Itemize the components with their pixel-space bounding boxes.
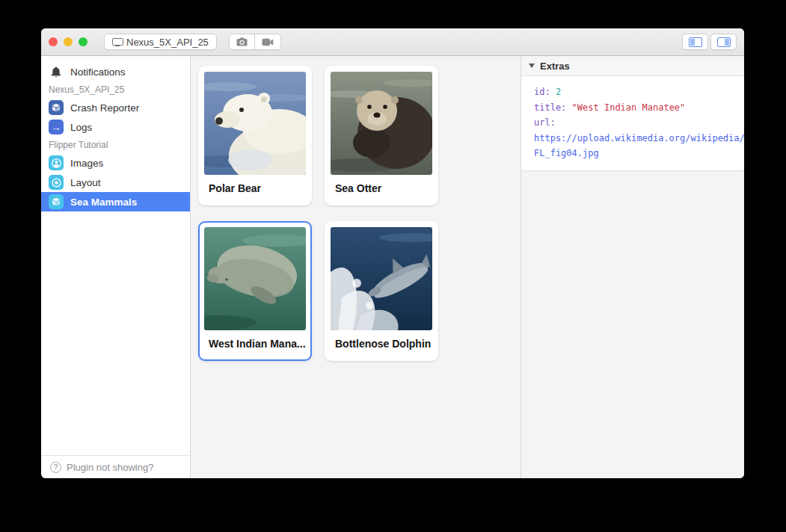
id-value: 2 [556,87,561,97]
plugin-help-link[interactable]: ? Plugin not showing? [41,455,190,478]
polar-bear-image [204,72,306,175]
data-row-title: title: "West Indian Manatee" [534,100,744,116]
close-window-button[interactable] [49,37,58,46]
arrow-right-icon: → [52,123,61,132]
right-pane-icon [717,37,731,47]
sidebar-item-layout[interactable]: Layout [41,173,190,192]
data-row-url-value-2: FL_fig04.jpg [534,146,744,161]
extras-header-label: Extras [540,61,570,72]
card-title: Bottlenose Dolphin [331,330,432,359]
screen-record-button[interactable] [255,34,281,50]
sidebar-item-label: Notifications [70,66,126,78]
sidebar-item-label: Logs [70,122,92,133]
question-circle-icon: ? [50,462,61,473]
sidebar-item-logs[interactable]: → Logs [41,117,190,137]
data-row-url-key: url: [534,115,744,131]
target-icon [52,178,61,188]
sidebar-section-device: Nexus_5X_API_25 [41,81,190,98]
sidebar-item-images[interactable]: Images [41,153,190,173]
card-west-indian-manatee[interactable]: West Indian Mana... [198,221,312,361]
sidebar-item-label: Sea Mammals [70,197,137,208]
layout-plugin-icon [49,175,64,190]
card-title: Sea Otter [331,175,432,204]
flipper-window: Nexus_5X_API_25 [41,28,744,478]
crash-reporter-icon [49,100,64,115]
right-sidebar-toggle-button[interactable] [710,34,737,50]
device-tab[interactable]: Nexus_5X_API_25 [104,34,217,50]
sea-otter-image [331,72,432,175]
toolbar: Nexus_5X_API_25 [41,28,744,56]
extras-data-inspector: id: 2 title: "West Indian Manatee" url: … [521,76,744,171]
sea-mammals-plugin-icon [49,194,64,209]
left-pane-icon [689,37,702,47]
card-title: Polar Bear [204,175,306,204]
sidebar-item-label: Images [70,158,103,169]
card-sea-otter[interactable]: Sea Otter [325,66,438,205]
sidebar: Notifications Nexus_5X_API_25 Crash Repo… [41,56,191,478]
traffic-lights [49,37,87,46]
sidebar-toggles [682,34,737,50]
data-row-id: id: 2 [534,84,744,100]
images-plugin-icon [49,155,64,170]
zoom-window-button[interactable] [79,37,87,46]
url-link-continued[interactable]: FL_fig04.jpg [534,148,599,158]
sidebar-item-crash-reporter[interactable]: Crash Reporter [41,98,190,117]
title-value: "West Indian Manatee" [572,102,686,113]
user-circle-icon [52,158,61,168]
capture-button-group [229,34,281,50]
sidebar-item-notifications[interactable]: Notifications [41,62,190,81]
sidebar-item-sea-mammals[interactable]: Sea Mammals [41,192,190,211]
url-link[interactable]: https://upload.wikimedia.org/wikipedia/c… [534,133,744,143]
device-tab-label: Nexus_5X_API_25 [126,37,209,48]
left-sidebar-toggle-button[interactable] [682,34,708,50]
dolphin-image [331,227,432,330]
data-row-url-value: https://upload.wikimedia.org/wikipedia/c… [534,131,744,146]
video-camera-icon [262,38,274,46]
minimize-window-button[interactable] [64,37,73,46]
sidebar-item-label: Crash Reporter [70,102,139,114]
monitor-icon [112,38,122,46]
card-title: West Indian Mana... [204,330,306,359]
screenshot-button[interactable] [229,34,255,50]
plugin-help-label: Plugin not showing? [67,462,153,473]
extras-panel: Extras id: 2 title: "West Indian Manatee… [521,56,744,478]
cube-icon [52,197,61,206]
camera-icon [236,37,248,46]
cube-icon [52,103,61,112]
bell-icon [51,66,61,78]
sidebar-section-tutorial: Flipper Tutorial [41,137,190,153]
manatee-image [204,227,306,330]
chevron-down-icon [529,64,535,68]
sidebar-item-label: Layout [70,177,101,188]
card-grid: Polar Bear [198,66,513,361]
card-bottlenose-dolphin[interactable]: Bottlenose Dolphin [325,221,438,361]
logs-icon: → [49,120,64,134]
extras-header[interactable]: Extras [521,56,744,76]
main-content: Polar Bear [191,56,521,478]
card-polar-bear[interactable]: Polar Bear [198,66,312,205]
